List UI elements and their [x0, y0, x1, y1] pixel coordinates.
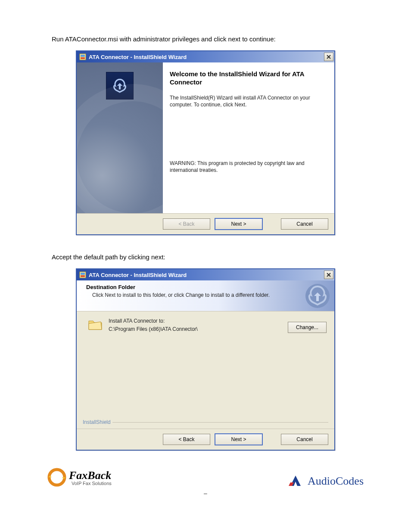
titlebar[interactable]: ATA Connector - InstallShield Wizard: [77, 51, 334, 62]
destination-title: Destination Folder: [86, 284, 328, 290]
close-icon: [327, 273, 331, 277]
destination-text: Install ATA Connector to: C:\Program Fil…: [109, 317, 282, 333]
svg-rect-7: [81, 275, 85, 277]
svg-rect-2: [81, 57, 85, 59]
destination-header: Destination Folder Click Next to install…: [77, 280, 334, 311]
next-button[interactable]: Next >: [215, 433, 263, 445]
svg-rect-6: [81, 273, 85, 275]
install-to-label: Install ATA Connector to:: [109, 317, 282, 325]
intro-text: Run ATAConnector.msi with administrator …: [52, 34, 359, 44]
faxback-logo: FaxBack VoIP Fax Solutions: [47, 468, 112, 488]
destination-body: Install ATA Connector to: C:\Program Fil…: [77, 311, 334, 429]
mid-text: Accept the default path by clicking next…: [52, 252, 359, 261]
install-path: C:\Program Files (x86)\ATA Connector\: [109, 326, 282, 333]
copyright-warning: WARNING: This program is protected by co…: [170, 160, 327, 174]
page-footer: FaxBack VoIP Fax Solutions AudioCodes: [47, 468, 364, 488]
window-title: ATA Connector - InstallShield Wizard: [89, 272, 324, 278]
install-wizard-destination-dialog: ATA Connector - InstallShield Wizard Des…: [76, 268, 335, 451]
button-bar: < Back Next > Cancel: [77, 429, 334, 450]
document-page: Run ATAConnector.msi with administrator …: [0, 0, 411, 523]
cancel-button[interactable]: Cancel: [281, 434, 328, 445]
installshield-corner-logo-icon: [304, 283, 331, 309]
close-button[interactable]: [324, 271, 333, 279]
next-button[interactable]: Next >: [215, 218, 263, 230]
faxback-tagline: VoIP Fax Solutions: [72, 481, 112, 486]
faxback-ring-icon: [47, 468, 66, 488]
welcome-heading: Welcome to the InstallShield Wizard for …: [170, 70, 327, 87]
change-button[interactable]: Change...: [288, 322, 327, 333]
faxback-brand-text: FaxBack: [69, 470, 112, 481]
page-number-dash: –: [0, 490, 411, 497]
titlebar[interactable]: ATA Connector - InstallShield Wizard: [77, 269, 334, 280]
close-button[interactable]: [324, 53, 333, 61]
back-button: < Back: [163, 218, 210, 230]
audiocodes-logo: AudioCodes: [287, 474, 364, 488]
back-button[interactable]: < Back: [163, 434, 210, 445]
installshield-app-icon: [79, 271, 86, 278]
dialog-body: Welcome to the InstallShield Wizard for …: [77, 62, 334, 213]
close-icon: [327, 55, 331, 59]
window-title: ATA Connector - InstallShield Wizard: [89, 54, 324, 60]
audiocodes-mark-icon: [287, 474, 304, 488]
wizard-side-banner: [77, 62, 163, 213]
svg-rect-1: [81, 55, 85, 57]
audiocodes-brand-text: AudioCodes: [308, 475, 364, 488]
folder-icon: [88, 318, 103, 330]
wizard-main-panel: Welcome to the InstallShield Wizard for …: [163, 62, 334, 213]
welcome-description: The InstallShield(R) Wizard will install…: [170, 94, 327, 108]
installshield-app-icon: [79, 53, 86, 60]
button-bar: < Back Next > Cancel: [77, 213, 334, 234]
install-wizard-welcome-dialog: ATA Connector - InstallShield Wizard: [76, 50, 335, 235]
cancel-button[interactable]: Cancel: [281, 218, 328, 230]
destination-subtitle: Click Next to install to this folder, or…: [92, 292, 328, 298]
installshield-brand-label: InstallShield: [81, 419, 112, 425]
